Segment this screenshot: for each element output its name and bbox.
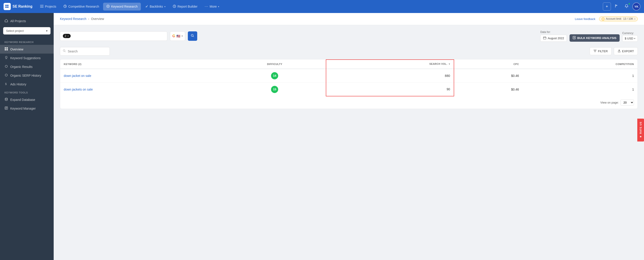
table-search-icon: [63, 49, 66, 53]
col-header-keyword[interactable]: KEYWORD (2): [60, 60, 224, 69]
breadcrumb: Keyword Research › Overview: [60, 17, 104, 21]
organic-results-label: Organic Results: [10, 65, 33, 69]
ads-icon: $: [4, 82, 8, 86]
cell-keyword-2[interactable]: down jackets on sale: [60, 82, 224, 96]
engine-dropdown-arrow: ▾: [182, 35, 183, 37]
search-engine-selector[interactable]: G 🇺🇸 ▾: [170, 31, 185, 41]
svg-point-10: [5, 56, 7, 58]
cell-keyword-1[interactable]: down jacket on sale: [60, 69, 224, 83]
col-header-difficulty[interactable]: DIFFICULTY: [224, 60, 326, 69]
flag-icon: [615, 4, 619, 9]
nav-report-builder[interactable]: Report Builder: [170, 3, 201, 11]
col-header-search-vol[interactable]: SEARCH VOL. ▾: [326, 60, 454, 69]
keyword-tag-remove[interactable]: ×: [67, 35, 69, 38]
keyword-tag[interactable]: 2 ×: [63, 34, 71, 38]
limit-icon: [602, 17, 606, 20]
col-header-cpc[interactable]: CPC: [454, 60, 522, 69]
search-button[interactable]: [188, 31, 197, 41]
currency-chevron-icon: ▾: [634, 37, 635, 40]
sidebar-item-expand-database[interactable]: Expand Database: [0, 95, 54, 104]
cell-search-vol-1: 880: [326, 69, 454, 83]
table-search-wrap[interactable]: [60, 47, 110, 56]
keyword-input-wrap[interactable]: 2 ×: [60, 31, 167, 41]
col-difficulty-label: DIFFICULTY: [267, 63, 282, 65]
sidebar: All Projects Select project ▾ KEYWORD RE…: [0, 13, 54, 260]
svg-text:$: $: [5, 82, 7, 86]
date-selector[interactable]: August 2022: [540, 35, 567, 42]
country-flag-icon: 🇺🇸: [176, 34, 180, 38]
sidebar-item-ads-history[interactable]: $ Ads History: [0, 80, 54, 88]
nav-backlinks[interactable]: Backlinks ▾: [142, 3, 168, 11]
more-chevron-icon: ▾: [218, 5, 219, 8]
col-search-vol-label: SEARCH VOL.: [429, 63, 448, 65]
keyword-search-input[interactable]: [72, 34, 164, 38]
col-keyword-label: KEYWORD (2): [64, 63, 82, 65]
competition-value-2: 1: [632, 88, 634, 91]
cell-competition-2: 1: [522, 82, 638, 96]
svg-rect-9: [6, 49, 8, 50]
sidebar-item-keyword-suggestions[interactable]: Keyword Suggestions: [0, 54, 54, 62]
organic-icon: [4, 65, 8, 69]
sidebar-item-overview[interactable]: Overview: [0, 45, 54, 54]
nav-keyword-label: Keyword Research: [111, 5, 138, 8]
view-on-page-label: View on page:: [600, 101, 619, 104]
filter-icon: [594, 49, 596, 53]
data-for-section: Data for: August 2022: [540, 31, 567, 42]
nav-competitive-research[interactable]: Competitive Research: [60, 3, 102, 11]
nav-backlinks-label: Backlinks: [150, 5, 163, 8]
notification-dot: [628, 3, 630, 5]
table-row: down jacket on sale 14 880 $0.46: [60, 69, 638, 83]
all-projects-link[interactable]: All Projects: [0, 17, 54, 25]
data-table: KEYWORD (2) DIFFICULTY SEARCH VOL. ▾ CPC: [60, 59, 638, 109]
avatar[interactable]: YK: [632, 3, 640, 11]
backlinks-icon: [145, 5, 148, 9]
table-search-input[interactable]: [68, 50, 107, 53]
expand-db-icon: [4, 97, 8, 102]
keyword-link-2[interactable]: down jackets on sale: [64, 88, 93, 91]
page-content: 2 × G 🇺🇸 ▾ Data for: [54, 25, 644, 114]
keyword-tools-section-title: KEYWORD TOOLS: [0, 88, 54, 95]
svg-point-14: [5, 98, 8, 99]
svg-rect-8: [5, 49, 6, 50]
leave-feedback-link[interactable]: Leave feedback: [575, 17, 596, 21]
nav-projects[interactable]: Projects: [37, 3, 60, 11]
home-icon: [4, 19, 8, 23]
keyword-link-1[interactable]: down jacket on sale: [64, 74, 91, 78]
nav-more[interactable]: ··· More ▾: [202, 3, 222, 10]
bulk-keyword-analysis-button[interactable]: BULK KEYWORD ANALYSIS: [570, 34, 620, 42]
google-icon: G: [172, 34, 175, 38]
top-nav: SE Ranking Projects Competitive Research…: [0, 0, 644, 13]
per-page-selector[interactable]: 20 10 50 100: [620, 99, 634, 105]
breadcrumb-parent[interactable]: Keyword Research: [60, 17, 86, 21]
cell-difficulty-2: 15: [224, 82, 326, 96]
svg-rect-18: [544, 37, 546, 39]
sort-arrow-icon: ▾: [449, 63, 450, 65]
currency-selector[interactable]: $ USD ▾: [622, 35, 638, 42]
serp-history-icon: [4, 73, 8, 78]
nav-keyword-research[interactable]: Keyword Research: [103, 3, 141, 11]
search-row: 2 × G 🇺🇸 ▾ Data for: [60, 31, 638, 42]
account-limit-value: 13 / 10K: [623, 17, 633, 20]
export-button[interactable]: EXPORT: [614, 47, 638, 55]
nav-right-actions: + YK: [603, 3, 640, 11]
search-vol-value-1: 880: [445, 74, 450, 78]
flag-button[interactable]: [613, 3, 621, 11]
logo[interactable]: SE Ranking: [4, 3, 32, 10]
notifications-button[interactable]: [622, 3, 630, 11]
breadcrumb-bar: Keyword Research › Overview Leave feedba…: [54, 13, 644, 25]
keyword-manager-label: Keyword Manager: [10, 107, 36, 110]
keyword-research-section-title: KEYWORD RESEARCH: [0, 38, 54, 45]
cpc-value-2: $0.46: [511, 88, 519, 91]
svg-rect-0: [5, 5, 7, 6]
table-row: down jackets on sale 15 90 $0.46: [60, 82, 638, 96]
sidebar-item-organic-serp-history[interactable]: Organic SERP History: [0, 71, 54, 80]
add-button[interactable]: +: [603, 3, 611, 11]
col-header-competition[interactable]: COMPETITION: [522, 60, 638, 69]
expand-database-label: Expand Database: [10, 98, 35, 101]
sidebar-item-organic-results[interactable]: Organic Results: [0, 62, 54, 71]
filter-button[interactable]: FILTER: [590, 47, 612, 55]
sidebar-item-keyword-manager[interactable]: Keyword Manager: [0, 104, 54, 113]
currency-label: Currency:: [622, 32, 634, 35]
rate-us-tab[interactable]: RATE US: [637, 118, 644, 142]
project-selector[interactable]: Select project ▾: [3, 27, 50, 35]
